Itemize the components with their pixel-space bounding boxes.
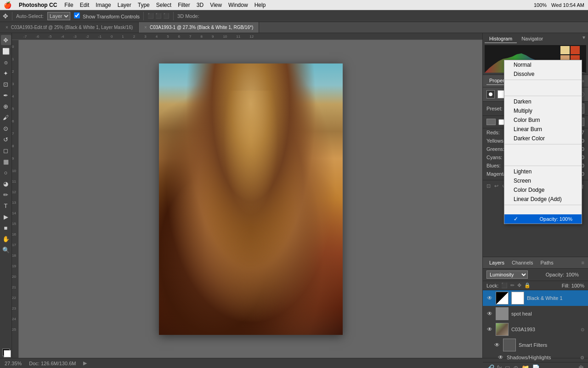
layer-smart-filters[interactable]: 👁 Smart Filters <box>483 337 588 353</box>
align-right-icon[interactable]: ⬛ <box>163 13 170 19</box>
lock-position-icon[interactable]: ✥ <box>517 282 521 288</box>
layer-photo[interactable]: 👁 C03A1993 ⊙ <box>483 322 588 337</box>
layer-spot-eye-icon[interactable]: 👁 <box>486 310 493 317</box>
lasso-tool[interactable]: ⌾ <box>1 57 11 67</box>
tab-1[interactable]: × C03A1993-Edit.tif @ 25% (Black & White… <box>0 22 139 33</box>
align-center-h-icon[interactable]: ⬛ <box>155 13 162 19</box>
move-tool[interactable]: ✥ <box>1 35 11 45</box>
layer-photo-name: C03A1993 <box>511 327 578 332</box>
tab-navigator[interactable]: Navigator <box>517 35 548 43</box>
link-layers-icon[interactable]: 🔗 <box>486 364 494 368</box>
tab-histogram[interactable]: Histogram <box>485 35 517 43</box>
marquee-tool[interactable]: ⬜ <box>1 46 11 56</box>
blend-lighter-color[interactable]: Darker Color <box>504 134 582 143</box>
tab-channels[interactable]: Channels <box>509 259 536 266</box>
delete-layer-icon[interactable]: 🗑 <box>578 364 584 368</box>
menu-layer[interactable]: Layer <box>118 2 131 8</box>
eyedropper-tool[interactable]: ✒ <box>1 90 11 100</box>
menu-select[interactable]: Select <box>156 2 171 8</box>
blend-darker-color[interactable] <box>504 92 582 95</box>
blend-difference[interactable]: Lighten <box>504 167 582 176</box>
new-layer-icon[interactable]: 📄 <box>532 364 540 368</box>
layer-shadows-settings-icon[interactable]: ⚙ <box>580 355 584 360</box>
svg-rect-1 <box>560 46 570 54</box>
blend-linear-dodge[interactable]: Linear Burn <box>504 125 582 134</box>
canvas-content[interactable]: 0 1 2 3 4 5 6 7 8 9 10 11 12 13 14 15 16… <box>12 40 482 358</box>
path-select-tool[interactable]: ▶ <box>1 212 11 222</box>
menu-help[interactable]: Help <box>254 2 266 8</box>
blend-mode-row: Luminosity Opacity: 100% <box>483 269 588 281</box>
histogram-options[interactable]: ▼ <box>582 35 586 43</box>
blend-screen[interactable]: Multiply <box>504 106 582 115</box>
layers-options-icon[interactable]: ≡ <box>582 260 584 265</box>
blend-dissolve[interactable]: Dissolve <box>504 69 582 79</box>
photo-canvas[interactable] <box>159 63 343 335</box>
auto-select-label: Auto-Select: <box>16 13 44 19</box>
layer-photo-eye-icon[interactable]: 👁 <box>486 326 493 333</box>
blend-divide[interactable]: Linear Dodge (Add) <box>504 195 582 204</box>
transform-checkbox[interactable] <box>74 12 80 18</box>
tab-2-close[interactable]: × <box>144 25 147 30</box>
layer-shadows-highlights[interactable]: 👁 Shadows/Highlights ⚙ <box>483 353 588 362</box>
prop-footer-icon-1[interactable]: ⊡ <box>486 183 491 189</box>
menu-3d[interactable]: 3D <box>197 2 204 8</box>
blend-exclusion[interactable]: Screen <box>504 176 582 185</box>
align-left-icon[interactable]: ⬛ <box>147 13 154 19</box>
menu-file[interactable]: File <box>64 2 73 8</box>
zoom-tool[interactable]: 🔍 <box>1 245 11 255</box>
prop-footer-icon-2[interactable]: ↩ <box>494 183 498 189</box>
auto-select-dropdown[interactable]: Layer <box>47 12 70 20</box>
layer-photo-thumb <box>496 323 509 336</box>
blend-subtract[interactable]: Color Dodge <box>504 185 582 195</box>
menu-window[interactable]: Window <box>228 2 248 8</box>
lock-transparent-icon[interactable]: ⬛ <box>501 282 508 288</box>
blend-normal[interactable]: Normal <box>504 60 582 69</box>
move-tool-icon[interactable]: ✥ <box>3 12 8 20</box>
type-tool[interactable]: T <box>1 201 11 211</box>
menu-edit[interactable]: Edit <box>80 2 90 8</box>
pen-tool[interactable]: ✏ <box>1 190 11 200</box>
blend-luminosity[interactable]: ✓ Opacity: 100% <box>504 214 582 224</box>
blur-tool[interactable]: ○ <box>1 167 11 178</box>
menu-filter[interactable]: Filter <box>178 2 190 8</box>
lock-pixels-icon[interactable]: ✏ <box>510 282 514 288</box>
tab-layers[interactable]: Layers <box>486 259 507 266</box>
add-style-icon[interactable]: fx <box>497 364 502 368</box>
blend-color-dodge[interactable]: Color Burn <box>504 115 582 125</box>
menu-image[interactable]: Image <box>96 2 111 8</box>
hand-tool[interactable]: ✋ <box>1 234 11 244</box>
blend-mode-select[interactable]: Luminosity <box>486 270 528 279</box>
heal-tool[interactable]: ⊕ <box>1 101 11 111</box>
layer-smart-eye-icon[interactable]: 👁 <box>494 342 500 348</box>
lock-all-icon[interactable]: 🔒 <box>524 282 531 288</box>
brush-tool[interactable]: 🖌 <box>1 112 11 122</box>
new-adj-icon[interactable]: ⊕ <box>513 364 519 368</box>
layer-bw1-eye-icon[interactable]: 👁 <box>486 295 493 301</box>
shape-tool[interactable]: ■ <box>1 223 11 233</box>
new-group-icon[interactable]: 📁 <box>521 364 529 368</box>
tab-2[interactable]: × C03A1993-1 @ 27.3% (Black & White 1, R… <box>139 22 259 33</box>
ruler-vertical: 0 1 2 3 4 5 6 7 8 9 10 11 12 13 14 15 16… <box>12 40 19 358</box>
layer-bw1[interactable]: 👁 Black & White 1 <box>483 290 588 306</box>
tint-color-swatch[interactable] <box>486 119 496 125</box>
tab-paths[interactable]: Paths <box>538 259 556 266</box>
blend-hard-mix[interactable] <box>504 162 582 165</box>
add-mask-icon[interactable]: ◻ <box>505 364 510 368</box>
menu-view[interactable]: View <box>210 2 222 8</box>
dodge-tool[interactable]: ◕ <box>1 178 11 189</box>
menu-items: File Edit Image Layer Type Select Filter… <box>64 2 266 8</box>
layer-spot-heal[interactable]: 👁 spot heal <box>483 306 588 322</box>
quick-select-tool[interactable]: ✦ <box>1 68 11 78</box>
gradient-tool[interactable]: ▦ <box>1 156 11 167</box>
layer-shadows-eye-icon[interactable]: 👁 <box>498 354 504 361</box>
clone-tool[interactable]: ⊙ <box>1 123 11 133</box>
blend-divider-5 <box>504 205 582 205</box>
eraser-tool[interactable]: ◻ <box>1 145 11 155</box>
menu-type[interactable]: Type <box>138 2 150 8</box>
history-tool[interactable]: ↺ <box>1 134 11 144</box>
foreground-color[interactable] <box>2 349 10 356</box>
crop-tool[interactable]: ⊡ <box>1 79 11 89</box>
blend-lighten[interactable]: Darken <box>504 97 582 106</box>
tab-1-close[interactable]: × <box>6 25 8 30</box>
apple-menu[interactable]: 🍎 <box>4 1 11 9</box>
